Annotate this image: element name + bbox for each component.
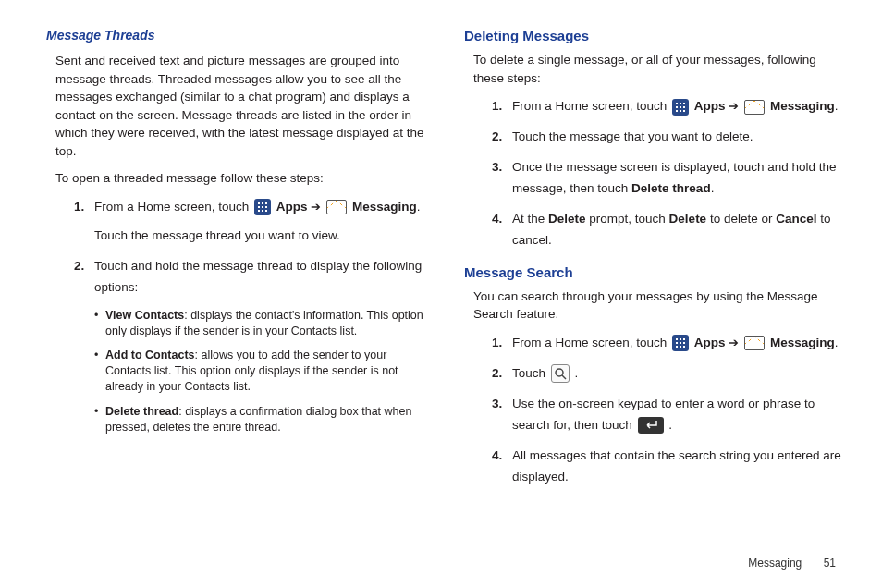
step-1: From a Home screen, touch Apps ➔ Messagi… [74, 197, 427, 247]
period: . [575, 366, 579, 380]
page-number: 51 [824, 557, 836, 570]
cancel-label: Cancel [776, 212, 816, 226]
option-label: Delete thread [105, 405, 178, 418]
messaging-label: Messaging [770, 336, 835, 349]
right-column: Deleting Messages To delete a single mes… [464, 28, 845, 497]
steps-delete: From a Home screen, touch Apps ➔ Messagi… [492, 96, 845, 251]
left-column: Message Threads Sent and received text a… [46, 28, 427, 497]
del-step-4: At the Delete prompt, touch Delete to de… [492, 209, 845, 251]
search-step-3: Use the on-screen keypad to enter a word… [492, 394, 845, 436]
step-text: From a Home screen, touch [512, 336, 670, 349]
heading-message-search: Message Search [464, 264, 845, 280]
delete-label: Delete [548, 212, 586, 226]
page-footer: Messaging 51 [748, 557, 836, 570]
period: . [417, 200, 421, 214]
messaging-label: Messaging [352, 200, 417, 214]
arrow-icon: ➔ [729, 336, 739, 349]
option-label: View Contacts [105, 309, 184, 322]
step-text: At the [512, 212, 548, 226]
messaging-icon [744, 336, 765, 350]
option-view-contacts: View Contacts: displays the contact's in… [94, 308, 427, 339]
del-step-1: From a Home screen, touch Apps ➔ Messagi… [492, 96, 845, 117]
step-text: Use the on-screen keypad to enter a word… [512, 397, 815, 432]
apps-label: Apps [694, 336, 726, 349]
para-open-thread: To open a threaded message follow these … [55, 169, 427, 188]
step-text: prompt, touch [586, 212, 669, 226]
enter-icon [638, 417, 664, 434]
period: . [711, 181, 715, 195]
messaging-icon [744, 100, 765, 115]
steps-open-thread: From a Home screen, touch Apps ➔ Messagi… [74, 197, 427, 299]
search-step-1: From a Home screen, touch Apps ➔ Messagi… [492, 333, 845, 354]
search-step-2: Touch . [492, 363, 845, 385]
para-delete-intro: To delete a single message, or all of yo… [473, 51, 845, 87]
svg-line-1 [562, 375, 566, 379]
para-threads-intro: Sent and received text and picture messa… [55, 52, 427, 160]
messaging-label: Messaging [770, 99, 835, 113]
step-text: From a Home screen, touch [512, 99, 670, 113]
delete-label: Delete [669, 212, 707, 226]
apps-icon [254, 199, 271, 215]
period: . [835, 99, 839, 113]
svg-point-0 [556, 369, 563, 376]
steps-search: From a Home screen, touch Apps ➔ Messagi… [492, 333, 845, 488]
arrow-icon: ➔ [311, 200, 321, 214]
step-text: From a Home screen, touch [94, 200, 252, 214]
options-list: View Contacts: displays the contact's in… [94, 308, 427, 435]
period: . [668, 418, 672, 432]
para-search-intro: You can search through your messages by … [473, 288, 845, 324]
apps-icon [672, 99, 689, 116]
option-delete-thread: Delete thread: displays a confirmation d… [94, 404, 427, 435]
delete-thread-label: Delete thread [631, 181, 711, 195]
del-step-2: Touch the message that you want to delet… [492, 127, 845, 148]
del-step-3: Once the message screen is displayed, to… [492, 157, 845, 200]
option-label: Add to Contacts [105, 349, 195, 361]
search-icon [551, 364, 570, 383]
search-step-4: All messages that contain the search str… [492, 446, 845, 488]
step-subtext: Touch the message thread you want to vie… [94, 226, 427, 247]
section-label: Messaging [748, 557, 802, 570]
option-add-contacts: Add to Contacts: allows you to add the s… [94, 348, 427, 395]
arrow-icon: ➔ [729, 100, 739, 114]
period: . [835, 336, 839, 349]
heading-message-threads: Message Threads [46, 28, 427, 43]
step-text: to delete or [706, 212, 776, 226]
apps-icon [672, 335, 689, 351]
apps-label: Apps [276, 200, 308, 214]
messaging-icon [326, 200, 347, 214]
heading-deleting-messages: Deleting Messages [464, 28, 845, 43]
step-2: Touch and hold the message thread to dis… [74, 256, 427, 299]
apps-label: Apps [694, 99, 726, 113]
step-text: Touch [512, 366, 549, 380]
